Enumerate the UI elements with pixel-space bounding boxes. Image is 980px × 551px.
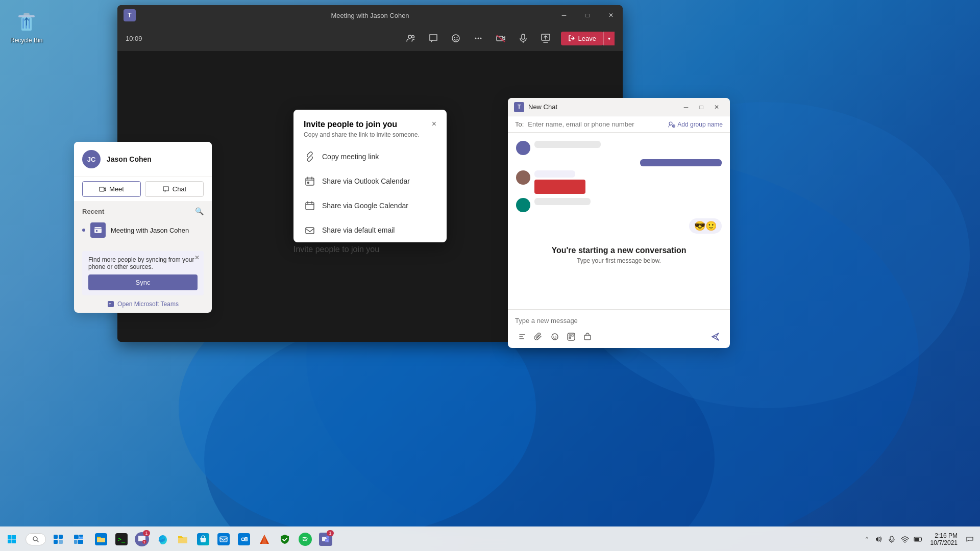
sync-message: Find more people by syncing from your ph… (88, 256, 194, 270)
new-chat-to-row: To: Add group name (508, 116, 730, 133)
outlook-calendar-icon (304, 175, 316, 187)
share-outlook-label: Share via Outlook Calendar (322, 177, 410, 185)
meet-label: Meet (109, 185, 124, 193)
outlook-taskbar[interactable] (234, 527, 254, 552)
mic-tray-icon[interactable] (886, 533, 898, 545)
spotify-taskbar[interactable] (295, 527, 315, 552)
camera-button[interactable] (492, 29, 510, 47)
battery-icon[interactable] (912, 533, 924, 545)
attach-button[interactable] (531, 330, 546, 344)
notification-button[interactable] (964, 533, 976, 545)
taskbar-clock[interactable]: 2:16 PM 10/7/2021 (926, 532, 962, 546)
leave-button[interactable]: Leave (561, 32, 603, 45)
recycle-bin[interactable]: Recycle Bin (10, 10, 42, 44)
leave-label: Leave (578, 35, 596, 42)
recent-search-icon[interactable]: 🔍 (195, 207, 204, 215)
svg-rect-8 (29, 18, 30, 29)
store-taskbar[interactable] (193, 527, 213, 552)
leave-icon (568, 35, 575, 42)
start-button[interactable] (0, 527, 23, 552)
maximize-button[interactable]: □ (576, 5, 599, 26)
reactions-icon (451, 33, 461, 43)
security-taskbar[interactable] (275, 527, 295, 552)
new-chat-maximize[interactable]: □ (694, 100, 708, 114)
format-button[interactable] (515, 330, 529, 344)
svg-point-36 (553, 336, 554, 337)
add-group-button[interactable]: Add group name (668, 121, 723, 128)
svg-rect-27 (306, 228, 314, 234)
copy-link-icon (304, 151, 316, 163)
avatar-3 (516, 198, 530, 212)
new-chat-to-input[interactable] (528, 120, 664, 128)
new-chat-message-input[interactable] (515, 314, 723, 328)
battery-svg (914, 536, 923, 542)
svg-point-37 (555, 336, 556, 337)
share-outlook-button[interactable]: Share via Outlook Calendar (293, 169, 447, 193)
svg-rect-50 (79, 535, 83, 537)
chat-msg-row-2 (516, 159, 722, 166)
close-button[interactable]: ✕ (599, 5, 623, 26)
svg-rect-53 (78, 540, 83, 544)
chat-msg-row-1 (516, 141, 722, 155)
sticker-button[interactable] (564, 330, 578, 344)
taskbar-search[interactable] (26, 533, 46, 545)
send-button[interactable] (708, 330, 723, 344)
task-view-button[interactable] (48, 527, 68, 552)
mic-button[interactable] (514, 29, 532, 47)
speaker-icon[interactable] (872, 533, 885, 545)
office-svg (259, 534, 270, 545)
svg-point-12 (452, 35, 459, 42)
meet-button[interactable]: Meet (82, 181, 141, 197)
widgets-button[interactable] (68, 527, 89, 552)
new-chat-minimize[interactable]: ─ (679, 100, 693, 114)
mail-taskbar[interactable] (213, 527, 234, 552)
send-icon (711, 332, 720, 341)
sync-close-button[interactable]: ✕ (194, 254, 200, 261)
terminal-taskbar[interactable]: >_ (111, 527, 132, 552)
chat-button[interactable] (424, 29, 443, 47)
copy-meeting-link-button[interactable]: Copy meeting link (293, 144, 447, 169)
open-teams-link[interactable]: T Open Microsoft Teams (74, 295, 212, 313)
new-chat-to-label: To: (515, 120, 524, 128)
share-google-button[interactable]: Share via Google Calendar (293, 193, 447, 218)
loop-button[interactable] (580, 330, 595, 344)
svg-point-14 (456, 37, 457, 38)
office-taskbar[interactable] (254, 527, 275, 552)
new-chat-body: 😎🙂 You're starting a new conversation Ty… (508, 133, 730, 309)
share-button[interactable] (536, 29, 555, 47)
emoji-button[interactable] (548, 330, 562, 344)
office-icon (258, 533, 271, 545)
leave-dropdown[interactable]: ▾ (603, 32, 615, 45)
people-button[interactable] (402, 29, 420, 47)
teams-chat-taskbar[interactable]: 1 1 (132, 527, 152, 552)
chat-contact-button[interactable]: Chat (145, 181, 204, 197)
contact-name: Jason Cohen (107, 155, 152, 163)
recent-label: Recent (82, 208, 104, 215)
email-svg (305, 225, 315, 235)
show-hidden-button[interactable]: ^ (864, 536, 870, 542)
teams-taskbar[interactable]: T 1 (315, 527, 336, 552)
bubble-4 (534, 198, 591, 205)
share-email-label: Share via default email (322, 226, 395, 234)
file-explorer-taskbar[interactable] (91, 527, 111, 552)
teams-taskbar-badge: 1 (327, 530, 334, 536)
contact-recent-section: Recent 🔍 Meeting with Jason Cohen (74, 201, 212, 245)
network-icon[interactable] (899, 533, 911, 545)
share-email-button[interactable]: Share via default email (293, 218, 447, 242)
recent-meeting-item[interactable]: Meeting with Jason Cohen (82, 219, 204, 241)
invite-modal-close-button[interactable]: × (432, 120, 436, 128)
minimize-button[interactable]: ─ (552, 5, 576, 26)
chat-emoji-row: 😎🙂 (516, 218, 722, 234)
invite-modal-subtitle: Copy and share the link to invite someon… (304, 131, 420, 138)
recent-dot (82, 229, 85, 232)
reactions-button[interactable] (447, 29, 465, 47)
new-chat-close[interactable]: ✕ (709, 100, 724, 114)
file-explorer2-taskbar[interactable] (173, 527, 193, 552)
window-controls: ─ □ ✕ (552, 5, 623, 26)
edge-taskbar[interactable] (152, 527, 173, 552)
sync-button[interactable]: Sync (88, 274, 198, 290)
avatar-1 (516, 141, 530, 155)
email-icon (304, 224, 316, 236)
svg-rect-20 (522, 34, 525, 39)
more-button[interactable] (469, 29, 487, 47)
